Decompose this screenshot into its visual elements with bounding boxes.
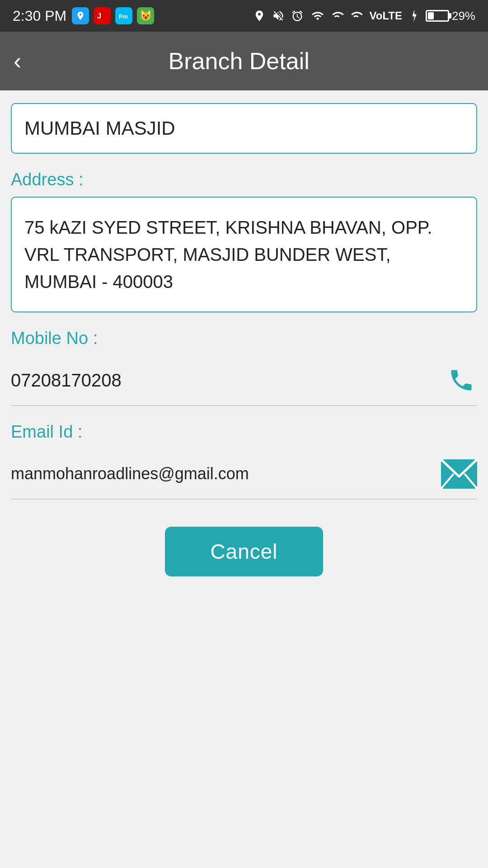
volte-label: VoLTE (370, 9, 402, 22)
charging-icon (408, 9, 419, 22)
svg-text:Pm: Pm (119, 13, 128, 20)
email-label: Email Id : (11, 422, 477, 442)
app-icon-2: J (94, 7, 111, 24)
mobile-number: 07208170208 (11, 370, 446, 391)
svg-marker-2 (412, 9, 416, 22)
app-icon-3: Pm (115, 7, 132, 24)
email-field-row: manmohanroadlines@gmail.com (11, 449, 477, 500)
toolbar: ‹ Branch Detail (0, 32, 488, 90)
app-icon-1 (72, 7, 89, 24)
branch-name: MUMBAI MASJID (24, 118, 175, 139)
email-icon[interactable] (441, 458, 477, 490)
status-bar: 2:30 PM J Pm 😺 VoLTE (0, 0, 488, 32)
battery-indicator: 29% (426, 9, 475, 23)
signal-icon (332, 9, 344, 22)
phone-icon[interactable] (446, 364, 477, 396)
cancel-button[interactable]: Cancel (165, 527, 323, 576)
back-button[interactable]: ‹ (14, 49, 21, 73)
status-time: 2:30 PM (13, 8, 66, 24)
alarm-icon (291, 9, 304, 22)
email-section: Email Id : manmohanroadlines@gmail.com (11, 422, 477, 500)
mute-icon (272, 9, 285, 22)
address-box: 75 kAZI SYED STREET, KRISHNA BHAVAN, OPP… (11, 197, 477, 312)
app-icon-4: 😺 (137, 7, 154, 24)
mobile-label: Mobile No : (11, 329, 477, 348)
address-text: 75 kAZI SYED STREET, KRISHNA BHAVAN, OPP… (24, 217, 432, 292)
branch-name-box: MUMBAI MASJID (11, 103, 477, 154)
mobile-section: Mobile No : 07208170208 (11, 329, 477, 406)
battery-percent: 29% (452, 9, 475, 23)
email-value: manmohanroadlines@gmail.com (11, 464, 441, 483)
content-area: MUMBAI MASJID Address : 75 kAZI SYED STR… (0, 90, 488, 589)
address-label: Address : (11, 170, 477, 189)
page-title: Branch Detail (39, 47, 438, 75)
signal-icon-2 (351, 9, 363, 22)
address-section: Address : 75 kAZI SYED STREET, KRISHNA B… (11, 170, 477, 312)
cancel-button-container: Cancel (11, 527, 477, 576)
app-icons: J Pm 😺 (72, 7, 154, 24)
wifi-icon (310, 9, 325, 22)
mobile-field-row: 07208170208 (11, 355, 477, 406)
location-icon (253, 9, 266, 22)
svg-text:J: J (97, 12, 101, 20)
status-indicators: VoLTE 29% (253, 9, 475, 23)
